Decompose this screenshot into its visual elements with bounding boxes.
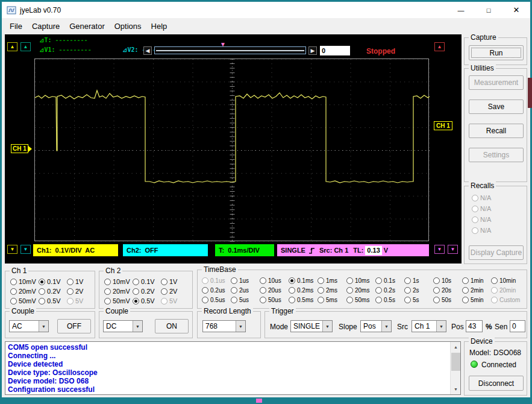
radio-0.5v[interactable]: 0.5V xyxy=(39,297,67,305)
ch2-down-marker-icon[interactable]: ▼ xyxy=(20,245,31,254)
trigger-level-down-marker-icon[interactable]: ▼ xyxy=(448,245,458,254)
ch1-down-marker-icon[interactable]: ▼ xyxy=(7,245,17,254)
ch2-couple-select[interactable]: DC ▼ xyxy=(103,320,143,332)
radio-10min[interactable]: 10min xyxy=(491,277,520,284)
ch1-zero-marker-arrow-icon xyxy=(28,146,32,152)
radio-2min[interactable]: 2min xyxy=(462,287,491,294)
status-trigger-tl-unit: V xyxy=(384,247,388,254)
radio-2s[interactable]: 2s xyxy=(404,287,433,294)
scroll-up-icon[interactable]: ▲ xyxy=(451,342,461,352)
record-length-select[interactable]: 768 ▼ xyxy=(202,320,246,332)
delta-v1-readout: ⊿V1: --------- xyxy=(39,46,92,53)
radio-0.1ms[interactable]: 0.1ms xyxy=(289,277,318,284)
ch1-power-button[interactable]: OFF xyxy=(57,319,91,333)
radio-10us[interactable]: 10us xyxy=(260,277,289,284)
radio-20mv[interactable]: 20mV xyxy=(10,288,39,295)
radio-1ms[interactable]: 1ms xyxy=(318,277,346,284)
ch1-zero-marker[interactable]: CH 1 xyxy=(11,144,32,153)
radio-50mv[interactable]: 50mV xyxy=(10,297,39,305)
radio-0.5s[interactable]: 0.5s xyxy=(375,297,404,303)
radio-0.1v[interactable]: 0.1V xyxy=(39,278,67,285)
hscroll-left-icon[interactable]: ◀ xyxy=(143,46,152,55)
radio-20us[interactable]: 20us xyxy=(260,287,289,294)
radio-2ms[interactable]: 2ms xyxy=(318,287,346,294)
hscroll-track[interactable]: ▼ xyxy=(154,46,306,54)
radio-5ms[interactable]: 5ms xyxy=(318,297,346,303)
hscroll-value-box[interactable]: 0 xyxy=(320,46,350,55)
chevron-down-icon[interactable]: ▼ xyxy=(236,321,245,332)
run-button[interactable]: Run xyxy=(469,45,524,60)
menu-file[interactable]: File xyxy=(5,18,27,34)
ch2-up-marker-icon[interactable]: ▲ xyxy=(20,42,31,51)
radio-50s[interactable]: 50s xyxy=(433,297,462,303)
radio-0.5us[interactable]: 0.5us xyxy=(202,297,231,303)
radio-0.1v[interactable]: 0.1V xyxy=(133,278,161,285)
ch1-up-marker-icon[interactable]: ▲ xyxy=(7,42,17,51)
radio-10mv[interactable]: 10mV xyxy=(104,278,133,285)
radio-0.2ms[interactable]: 0.2ms xyxy=(289,287,318,294)
trigger-pos-down-marker-icon[interactable]: ▼ xyxy=(434,245,445,254)
radio-5us[interactable]: 5us xyxy=(231,297,260,303)
radio-label: 10s xyxy=(442,277,451,284)
radio-0.2v[interactable]: 0.2V xyxy=(133,288,161,295)
radio-2v[interactable]: 2V xyxy=(161,288,189,295)
trigger-mode-select[interactable]: SINGLE ▼ xyxy=(290,320,333,332)
hscroll-position-marker-icon[interactable]: ▼ xyxy=(220,42,226,48)
chevron-down-icon[interactable]: ▼ xyxy=(133,321,142,332)
radio-1v[interactable]: 1V xyxy=(161,278,189,285)
radio-50mv[interactable]: 50mV xyxy=(104,297,133,305)
radio-50us[interactable]: 50us xyxy=(260,297,289,303)
radio-0.2v[interactable]: 0.2V xyxy=(39,288,67,295)
radio-20s[interactable]: 20s xyxy=(433,287,462,294)
radio-1s[interactable]: 1s xyxy=(404,277,433,284)
radio-0.1s[interactable]: 0.1s xyxy=(375,277,404,284)
radio-0.5v[interactable]: 0.5V xyxy=(133,297,161,305)
chevron-down-icon[interactable]: ▼ xyxy=(381,321,391,332)
recall-button[interactable]: Recall xyxy=(469,124,524,138)
radio-dot-icon xyxy=(133,298,139,305)
ch2-power-button[interactable]: ON xyxy=(155,319,189,333)
radio-10s[interactable]: 10s xyxy=(433,277,462,284)
radio-5s[interactable]: 5s xyxy=(404,297,433,303)
trigger-up-marker-icon[interactable]: ▲ xyxy=(434,42,445,51)
radio-0.5ms[interactable]: 0.5ms xyxy=(289,297,318,303)
screen-artifact-pink xyxy=(256,399,262,403)
radio-2v[interactable]: 2V xyxy=(67,288,95,295)
radio-20ms[interactable]: 20ms xyxy=(346,287,375,294)
disconnect-button[interactable]: Disconnect xyxy=(469,376,524,391)
radio-dot-icon xyxy=(39,298,45,305)
radio-1v[interactable]: 1V xyxy=(67,278,95,285)
ch2-couple-title: Couple xyxy=(104,307,130,315)
radio-20mv[interactable]: 20mV xyxy=(104,288,133,295)
maximize-button[interactable]: □ xyxy=(475,2,502,18)
ch1-couple-group: Couple AC ▼ OFF xyxy=(5,311,95,338)
radio-2us[interactable]: 2us xyxy=(231,287,260,294)
menu-generator[interactable]: Generator xyxy=(64,18,110,34)
radio-1min[interactable]: 1min xyxy=(462,277,491,284)
close-button[interactable]: ✕ xyxy=(502,2,530,18)
save-button[interactable]: Save xyxy=(469,99,524,114)
ch1-couple-select[interactable]: AC ▼ xyxy=(9,320,49,332)
trigger-slope-select[interactable]: Pos ▼ xyxy=(360,320,392,332)
minimize-button[interactable]: — xyxy=(447,2,475,18)
chevron-down-icon[interactable]: ▼ xyxy=(39,321,48,332)
trigger-pos-input[interactable]: 43 xyxy=(466,320,483,332)
scroll-down-icon[interactable]: ▼ xyxy=(451,384,461,394)
menu-options[interactable]: Options xyxy=(110,18,146,34)
menu-capture[interactable]: Capture xyxy=(27,18,64,34)
chevron-down-icon[interactable]: ▼ xyxy=(436,321,446,332)
radio-5min[interactable]: 5min xyxy=(462,297,491,303)
radio-10ms[interactable]: 10ms xyxy=(346,277,375,284)
trigger-sen-input[interactable]: 0 xyxy=(510,320,525,332)
menu-help[interactable]: Help xyxy=(146,18,172,34)
radio-50ms[interactable]: 50ms xyxy=(346,297,375,303)
hscroll-right-icon[interactable]: ▶ xyxy=(308,46,317,55)
radio-10mv[interactable]: 10mV xyxy=(10,278,39,285)
log-scrollbar[interactable]: ▲ ▼ xyxy=(450,342,460,394)
radio-0.2us[interactable]: 0.2us xyxy=(202,287,231,294)
radio-0.2s[interactable]: 0.2s xyxy=(375,287,404,294)
trigger-src-select[interactable]: Ch 1 ▼ xyxy=(412,320,446,332)
radio-1us[interactable]: 1us xyxy=(231,277,260,284)
scrollbar-thumb[interactable] xyxy=(451,353,460,371)
chevron-down-icon[interactable]: ▼ xyxy=(322,321,332,332)
